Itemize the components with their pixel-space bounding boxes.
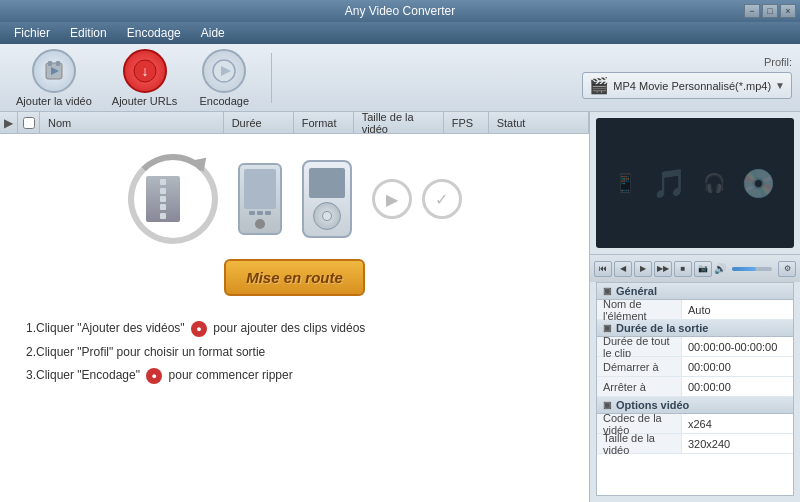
profile-video-icon: 🎬 bbox=[589, 76, 609, 95]
properties-panel: ▣ Général Nom de l'élément Auto ▣ Durée … bbox=[596, 282, 794, 496]
add-video-button[interactable]: Ajouter la vidéo bbox=[8, 45, 100, 111]
preview-disc-icon: 💿 bbox=[741, 167, 776, 200]
table-expand-button[interactable]: ▶ bbox=[0, 112, 18, 134]
phone-keys bbox=[249, 211, 271, 215]
toolbar-separator bbox=[271, 53, 272, 103]
instruction-3: 3.Cliquer "Encodage" ● pour commencer ri… bbox=[26, 365, 563, 387]
col-status: Statut bbox=[489, 112, 589, 134]
profile-label: Profil: bbox=[764, 56, 792, 68]
arrow-film-icon bbox=[128, 154, 218, 244]
close-button[interactable]: × bbox=[780, 4, 796, 18]
prop-val-start: 00:00:00 bbox=[682, 359, 793, 375]
general-label: Général bbox=[616, 285, 657, 297]
instruction-2: 2.Cliquer "Profil" pour choisir un forma… bbox=[26, 342, 563, 364]
prop-val-videosize: 320x240 bbox=[682, 436, 793, 452]
settings-button[interactable]: ⚙ bbox=[778, 261, 796, 277]
next-button[interactable]: ▶▶ bbox=[654, 261, 672, 277]
profile-select[interactable]: 🎬 MP4 Movie Personnalisé(*.mp4) ▼ bbox=[582, 72, 792, 99]
svg-rect-1 bbox=[48, 61, 52, 66]
prop-key-total: Durée de tout le clip bbox=[597, 337, 682, 356]
add-url-label: Ajouter URLs bbox=[112, 95, 177, 107]
video-options-toggle[interactable]: ▣ bbox=[603, 400, 612, 410]
prop-key-stop: Arrêter à bbox=[597, 377, 682, 396]
content-area: ▶ ✓ Mise en route 1.Cliquer "Ajouter des… bbox=[0, 134, 589, 502]
ipod-device-icon bbox=[302, 160, 352, 238]
add-url-svg: ↓ bbox=[131, 57, 159, 85]
menu-aide[interactable]: Aide bbox=[191, 24, 235, 42]
prop-val-stop: 00:00:00 bbox=[682, 379, 793, 395]
volume-fill bbox=[732, 267, 756, 271]
screenshot-button[interactable]: 📷 bbox=[694, 261, 712, 277]
prop-val-total: 00:00:00-00:00:00 bbox=[682, 339, 793, 355]
toolbar: Ajouter la vidéo ↓ Ajouter URLs Encodage… bbox=[0, 44, 800, 112]
menu-encodage[interactable]: Encodage bbox=[117, 24, 191, 42]
prop-row-total: Durée de tout le clip 00:00:00-00:00:00 bbox=[597, 337, 793, 357]
prop-key-codec: Codec de la vidéo bbox=[597, 414, 682, 433]
encode-button[interactable]: Encodage bbox=[189, 45, 259, 111]
add-video-icon bbox=[32, 49, 76, 93]
menu-fichier[interactable]: Fichier bbox=[4, 24, 60, 42]
main-content: ▶ Nom Durée Format Taille de la vidéo FP… bbox=[0, 112, 800, 502]
video-preview: 📱 🎵 🎧 💿 bbox=[596, 118, 794, 248]
maximize-button[interactable]: □ bbox=[762, 4, 778, 18]
film-strip bbox=[146, 176, 180, 222]
right-panel: 📱 🎵 🎧 💿 ⏮ ◀ ▶ ▶▶ ■ 📷 🔊 ⚙ ▣ Gén bbox=[590, 112, 800, 502]
check-circle-icon: ✓ bbox=[422, 179, 462, 219]
add-video-svg bbox=[40, 57, 68, 85]
duration-label: Durée de la sortie bbox=[616, 322, 708, 334]
add-url-icon: ↓ bbox=[123, 49, 167, 93]
profile-arrow-icon: ▼ bbox=[775, 80, 785, 91]
prev-button[interactable]: ◀ bbox=[614, 261, 632, 277]
prop-val-name: Auto bbox=[682, 302, 793, 318]
profile-text: MP4 Movie Personnalisé(*.mp4) bbox=[613, 80, 771, 92]
col-format: Format bbox=[294, 112, 354, 134]
table-header: ▶ Nom Durée Format Taille de la vidéo FP… bbox=[0, 112, 589, 134]
encode-instr-icon: ● bbox=[146, 368, 162, 384]
col-fps: FPS bbox=[444, 112, 489, 134]
start-button[interactable]: Mise en route bbox=[224, 259, 365, 296]
film-hole-2 bbox=[160, 188, 166, 194]
preview-ipod-icon: 🎧 bbox=[703, 172, 725, 194]
phone-key bbox=[257, 211, 263, 215]
player-controls: ⏮ ◀ ▶ ▶▶ ■ 📷 🔊 ⚙ bbox=[590, 254, 800, 282]
menu-edition[interactable]: Edition bbox=[60, 24, 117, 42]
prop-row-stop: Arrêter à 00:00:00 bbox=[597, 377, 793, 397]
prop-key-start: Démarrer à bbox=[597, 357, 682, 376]
minimize-button[interactable]: − bbox=[744, 4, 760, 18]
illustration: ▶ ✓ bbox=[128, 154, 462, 244]
svg-rect-2 bbox=[56, 61, 60, 66]
rewind-button[interactable]: ⏮ bbox=[594, 261, 612, 277]
phone-screen bbox=[244, 169, 276, 209]
add-video-label: Ajouter la vidéo bbox=[16, 95, 92, 107]
play-button[interactable]: ▶ bbox=[634, 261, 652, 277]
video-options-label: Options vidéo bbox=[616, 399, 689, 411]
volume-slider[interactable] bbox=[732, 267, 772, 271]
window-controls: − □ × bbox=[744, 4, 796, 18]
menubar: Fichier Edition Encodage Aide bbox=[0, 22, 800, 44]
phone-device-icon bbox=[238, 163, 282, 235]
preview-icons: 📱 🎵 🎧 💿 bbox=[614, 167, 776, 200]
preview-tablet-icon: 📱 bbox=[614, 172, 636, 194]
svg-text:↓: ↓ bbox=[141, 63, 148, 79]
left-panel: ▶ Nom Durée Format Taille de la vidéo FP… bbox=[0, 112, 590, 502]
duration-toggle[interactable]: ▣ bbox=[603, 323, 612, 333]
prop-row-videosize: Taille de la vidéo 320x240 bbox=[597, 434, 793, 454]
phone-key bbox=[265, 211, 271, 215]
prop-val-codec: x264 bbox=[682, 416, 793, 432]
phone-button bbox=[255, 219, 265, 229]
film-hole-5 bbox=[160, 213, 166, 219]
ipod-wheel bbox=[313, 202, 341, 230]
prop-key-name: Nom de l'élément bbox=[597, 300, 682, 319]
select-all-checkbox[interactable] bbox=[23, 117, 35, 129]
film-hole-4 bbox=[160, 204, 166, 210]
preview-music-icon: 🎵 bbox=[652, 167, 687, 200]
ipod-screen bbox=[309, 168, 345, 198]
volume-icon: 🔊 bbox=[714, 263, 726, 274]
col-duration: Durée bbox=[224, 112, 294, 134]
stop-button[interactable]: ■ bbox=[674, 261, 692, 277]
col-size: Taille de la vidéo bbox=[354, 112, 444, 134]
instruction-1: 1.Cliquer "Ajouter des vidéos" ● pour aj… bbox=[26, 318, 563, 340]
general-toggle[interactable]: ▣ bbox=[603, 286, 612, 296]
film-hole-3 bbox=[160, 196, 166, 202]
add-url-button[interactable]: ↓ Ajouter URLs bbox=[104, 45, 185, 111]
